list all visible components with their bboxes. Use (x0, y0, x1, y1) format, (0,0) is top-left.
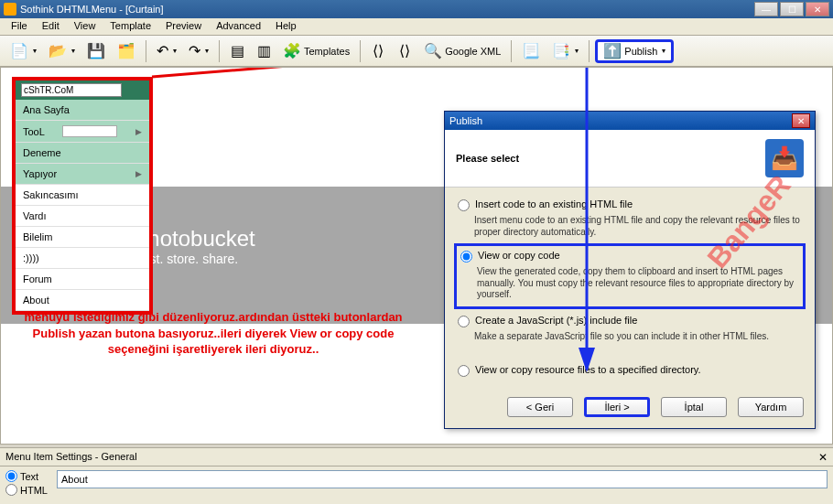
upload-icon: ⬆️ (603, 42, 622, 59)
maximize-button[interactable]: ☐ (780, 2, 804, 16)
chevron-right-icon: ▶ (135, 169, 142, 178)
undo-button[interactable]: ↶▾ (152, 39, 181, 63)
back-button[interactable]: < Geri (507, 397, 573, 417)
menu-head-input[interactable] (21, 83, 122, 97)
toolbar: 📄▾ 📂▾ 💾 🗂️ ↶▾ ↷▾ ▤ ▥ 🧩Templates ⟨⟩ ⟨⟩ 🔍G… (0, 36, 833, 67)
radio-resource[interactable] (458, 365, 470, 377)
code2-button[interactable]: ⟨⟩ (393, 39, 416, 63)
file-icon: 📄 (10, 42, 28, 59)
option-insert-existing[interactable]: Insert code to an existing HTML file (458, 198, 802, 211)
new-button[interactable]: 📄▾ (5, 39, 41, 63)
radio-html-option[interactable]: HTML (5, 484, 48, 496)
item-text-input[interactable] (57, 470, 828, 488)
panel-close-button[interactable]: ✕ (818, 451, 828, 464)
menubar: File Edit View Template Preview Advanced… (0, 18, 833, 36)
panel1-button[interactable]: ▤ (225, 39, 249, 63)
misc2-button[interactable]: 📑▾ (547, 39, 583, 63)
option-view-copy[interactable]: View or copy code (460, 250, 799, 263)
menu-item[interactable]: Ana Sayfa (16, 100, 149, 121)
menu-preview: Ana Sayfa TooL▶ Deneme Yapıyor▶ Sakıncas… (12, 77, 153, 315)
panel-title: Menu Item Settings - General (5, 451, 137, 464)
menu-help[interactable]: Help (268, 18, 304, 35)
menu-item[interactable]: Bilelim (16, 227, 149, 248)
radio-text-option[interactable]: Text (5, 470, 48, 482)
code1-button[interactable]: ⟨⟩ (366, 39, 390, 63)
menu-item[interactable]: :)))) (16, 248, 149, 269)
redo-button[interactable]: ↷▾ (184, 39, 213, 63)
folder-icon: 📂 (49, 42, 67, 59)
dialog-close-button[interactable]: ✕ (792, 113, 810, 128)
menu-edit[interactable]: Edit (35, 18, 67, 35)
googlexml-button[interactable]: 🔍Google XML (419, 39, 505, 63)
dialog-subtitle: Please select (456, 153, 519, 164)
menu-item[interactable]: Sakıncasımı (16, 185, 149, 206)
cancel-button[interactable]: İptal (661, 397, 727, 417)
redo-icon: ↷ (189, 42, 200, 59)
chevron-right-icon: ▶ (135, 127, 142, 136)
save-button[interactable]: 💾 (82, 39, 110, 63)
menu-preview[interactable]: Preview (158, 18, 209, 35)
doc-icon: 📃 (522, 42, 540, 59)
panel2-button[interactable]: ▥ (252, 39, 276, 63)
menu-template[interactable]: Template (103, 18, 158, 35)
radio-create-js[interactable] (458, 316, 470, 327)
templates-button[interactable]: 🧩Templates (278, 39, 354, 63)
menu-head (16, 80, 149, 100)
option-create-js[interactable]: Create a JavaScript (*.js) include file (458, 315, 802, 327)
menu-item[interactable]: Yapıyor▶ (16, 164, 149, 185)
publish-button[interactable]: ⬆️Publish▾ (595, 39, 674, 63)
publish-icon: 📥 (765, 139, 804, 177)
publish-dialog: Publish ✕ Please select 📥 Insert code to… (444, 111, 816, 429)
disks-icon: 🗂️ (117, 42, 135, 59)
undo-icon: ↶ (157, 42, 168, 59)
menu-item[interactable]: About (16, 290, 149, 311)
menu-item[interactable]: Deneme (16, 143, 149, 164)
brackets-icon: ⟨⟩ (373, 42, 384, 59)
disk-icon: 💾 (87, 42, 105, 59)
splitter[interactable] (0, 444, 833, 448)
menu-item-input[interactable] (62, 125, 117, 137)
titlebar: Sothink DHTMLMenu - [Curtain] — ☐ ✕ (0, 0, 833, 18)
google-icon: 🔍 (424, 42, 442, 59)
minimize-button[interactable]: — (754, 2, 778, 16)
svg-line-0 (152, 68, 550, 77)
instruction-text: menüyü istediğimiz gibi düzenliyoruz.ard… (21, 309, 406, 358)
brackets2-icon: ⟨⟩ (399, 42, 410, 59)
panel-icon: ▤ (231, 42, 244, 59)
workspace: photobucket host. store. share. photobuc… (0, 67, 833, 445)
help-button[interactable]: Yardım (738, 397, 804, 417)
option-resource-dir[interactable]: View or copy resource files to a specifi… (458, 364, 802, 377)
menu-advanced[interactable]: Advanced (209, 18, 268, 35)
open-button[interactable]: 📂▾ (44, 39, 80, 63)
template-icon: 🧩 (283, 42, 301, 59)
menu-item[interactable]: Vardı (16, 206, 149, 227)
next-button[interactable]: İleri > (584, 397, 650, 417)
menu-item[interactable]: TooL▶ (16, 121, 149, 143)
radio-insert[interactable] (458, 199, 470, 211)
radio-view-copy[interactable] (460, 251, 472, 263)
doc2-icon: 📑 (552, 42, 570, 59)
menu-file[interactable]: File (4, 18, 35, 35)
app-icon (4, 3, 16, 16)
close-button[interactable]: ✕ (806, 2, 829, 16)
misc1-button[interactable]: 📃 (517, 39, 545, 63)
window-title: Sothink DHTMLMenu - [Curtain] (20, 4, 164, 15)
bottom-panel: Menu Item Settings - General ✕ Text HTML (0, 449, 833, 504)
menu-view[interactable]: View (67, 18, 103, 35)
save-as-button[interactable]: 🗂️ (113, 39, 140, 63)
panel2-icon: ▥ (257, 42, 271, 59)
dialog-title: Publish (449, 115, 482, 126)
menu-item[interactable]: Forum (16, 269, 149, 290)
